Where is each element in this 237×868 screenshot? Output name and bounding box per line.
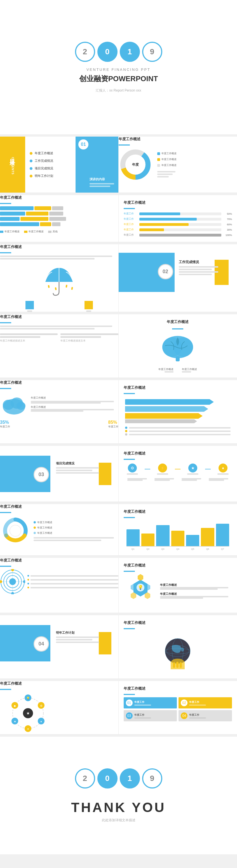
slide-section4: 04 明年工作计划 [0, 615, 118, 679]
section3-text: 项目完成情况 [56, 461, 102, 474]
bar-row-1: 年度工作 50% [124, 212, 232, 216]
ty-year-9: 9 [142, 768, 162, 788]
year-digit-2: 2 [75, 42, 95, 62]
ty-year-2: 2 [75, 768, 95, 788]
bar-row-4: 年度工作 30% [124, 228, 232, 231]
flow-icon-grid: ⚙ ⚡ ★ ♦ [124, 462, 232, 481]
slide-title-bar-cols: 年度工作概述 [124, 509, 232, 514]
hbar-row-3 [0, 217, 118, 221]
icon-circle-1: ⚙ [128, 464, 137, 472]
donut-chart-area: 年度 [118, 148, 152, 181]
svg-rect-44 [180, 662, 182, 668]
section4-num: 04 [34, 636, 49, 652]
item-label-1: 年度工作概述 [35, 151, 53, 155]
dot-4 [30, 175, 32, 178]
contents-right-blue: 01 演讲的内容 [75, 136, 118, 193]
svg-text:💡: 💡 [138, 585, 143, 590]
col-bar-6 [201, 528, 214, 546]
section2-text: 工作完成情况 [179, 260, 221, 275]
grid-cell-3: 03 年度工作 [124, 710, 177, 721]
dot-1 [30, 152, 32, 155]
contents-label: 目录CONTENTS [0, 136, 25, 193]
thankyou-page: 2 0 1 9 THANK YOU 此处添加详细文本描述 [0, 737, 237, 854]
slide-title-cloud: 年度工作概述 [0, 380, 118, 385]
svg-text:♦: ♦ [40, 720, 42, 723]
gear-flow-diagram: ★ 💡 ⚙ ♦ ✦ ★ ◆ [0, 692, 118, 734]
slide-target-flow: 年度工作概述 [0, 558, 118, 613]
ty-year-0: 0 [97, 768, 117, 788]
slide-number-01: 01 [78, 140, 89, 150]
section3-num: 03 [34, 467, 49, 482]
bar-chart: 年度工作 50% 年度工作 70% 年度工作 60% 年度工作 30% 年度工作 [124, 212, 232, 237]
row-4: 年度工作概述 年度工作概述描述文本 年度工作概述描述文本 年度工作概述 [0, 314, 237, 378]
col-bar-7 [216, 524, 229, 546]
item-label-3: 项目完成情况 [35, 166, 53, 170]
svg-text:★: ★ [26, 711, 30, 715]
globe-area [124, 631, 232, 674]
slide-title-arrows: 年度工作概述 [124, 385, 232, 390]
contents-slide: 目录CONTENTS 年度工作概述 工作完成情况 项目完成情况 明年工作计划 [0, 136, 118, 193]
slide-hex-bulb: 年度工作概述 💡 [118, 558, 237, 613]
svg-text:⚙: ⚙ [40, 704, 42, 707]
svg-point-27 [11, 592, 14, 594]
row-5: 年度工作概述 年度工作概述 年度工作概述 35% 年度工作 [0, 380, 237, 444]
row-6: 03 项目完成情况 年度工作概述 ⚙ ⚡ [0, 446, 237, 502]
hex-content: 💡 年度工作概述 年度工作概述 [124, 574, 232, 608]
contents-item-1: 年度工作概述 [30, 151, 71, 155]
row-1: 目录CONTENTS 年度工作概述 工作完成情况 项目完成情况 明年工作计划 [0, 136, 237, 193]
brain-labels: 年度工作概述 年度工作概述 [158, 368, 197, 373]
contents-item-2: 工作完成情况 [30, 159, 71, 163]
row-9: 04 明年工作计划 年度工作概述 [0, 615, 237, 679]
row-7: 年度工作概述 年度工作概述 年度 [0, 504, 237, 556]
grid-cell-4: 04 年度工作 [178, 710, 232, 721]
slide-title-flow: 年度工作概述 [124, 451, 232, 456]
slide-title-gear-flow: 年度工作概述 [0, 681, 118, 686]
bar-row-5: 年度工作 100% [124, 233, 232, 237]
row-10: 年度工作概述 ★ 💡 ⚙ ♦ ✦ ★ ◆ [0, 681, 237, 735]
slide-brain-desc: 年度工作概述 年度工作概述描述文本 年度工作概述描述文本 [0, 314, 118, 378]
bullet-3 [125, 433, 127, 436]
slide-title-hex: 年度工作概述 [124, 563, 232, 568]
section2-num: 02 [158, 264, 173, 279]
slide-title-donut: 年度工作概述 [118, 136, 237, 142]
slide-title-brain: 年度工作概述 [0, 314, 118, 319]
slide-donut: 年度工作概述 年度 年度工作概述 年度工作概述 年度工作概述 [118, 136, 237, 193]
slide-globe: 年度工作概述 [118, 615, 237, 679]
bar-row-3: 年度工作 60% [124, 222, 232, 226]
contents-items: 年度工作概述 工作完成情况 项目完成情况 明年工作计划 [25, 136, 75, 193]
svg-rect-9 [71, 287, 73, 290]
thankyou-text: THANK YOU [71, 800, 166, 815]
year-digit-9: 9 [142, 42, 162, 62]
icon-circle-3: ★ [188, 464, 197, 472]
svg-point-28 [0, 580, 2, 583]
slide-bar-cols: 年度工作概述 Q1 Q2 Q3 Q4 Q5 Q6 Q7 [118, 504, 237, 556]
target-content [0, 569, 118, 594]
svg-point-18 [10, 525, 21, 536]
slide-gear-flow: 年度工作概述 ★ 💡 ⚙ ♦ ✦ ★ ◆ [0, 681, 118, 735]
slide-title-globe: 年度工作概述 [124, 620, 232, 625]
svg-rect-8 [66, 285, 68, 288]
thankyou-sub: 此处添加详细文本描述 [102, 818, 135, 823]
col-bar-3 [156, 525, 169, 546]
year-display: 2 0 1 9 [75, 42, 162, 62]
thankyou-year-display: 2 0 1 9 [75, 768, 162, 788]
slide-title-bar-pct: 年度工作概述 [124, 200, 232, 205]
dot-2 [30, 159, 32, 162]
svg-text:✦: ✦ [27, 727, 29, 731]
accent-bar [118, 145, 130, 146]
cloud-content: 年度工作概述 年度工作概述 [0, 391, 118, 416]
slide-brain-illustration: 年度工作概述 年度工作概述 年度工作概述 [118, 314, 237, 378]
brain-svg [157, 332, 199, 365]
svg-rect-43 [176, 662, 178, 668]
umbrella-area [0, 262, 118, 299]
svg-rect-13 [176, 356, 180, 361]
bar-row-2: 年度工作 70% [124, 217, 232, 221]
row-2: 年度工作概述 年度工作 [0, 195, 237, 242]
item-label-4: 明年工作计划 [35, 174, 53, 178]
slide-title-circle-flow: 年度工作概述 [0, 504, 118, 509]
icon-circle-4: ♦ [218, 464, 228, 472]
column-chart [124, 521, 232, 546]
svg-point-17 [16, 402, 26, 410]
bullet-1 [125, 427, 127, 429]
slide-grid-icons: 年度工作概述 01 年度工作 02 年度工作 03 年度工 [118, 681, 237, 735]
